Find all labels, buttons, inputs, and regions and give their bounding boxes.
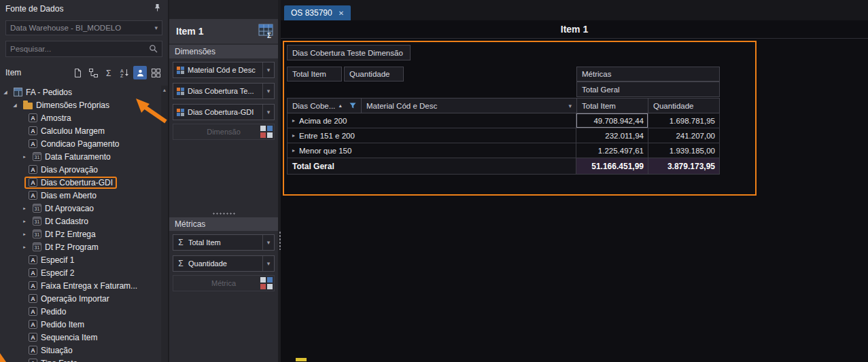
expand-icon[interactable]: ▸ (292, 147, 295, 153)
tree-item-operacao-importar[interactable]: AOperação Importar (0, 292, 161, 305)
chevron-down-icon[interactable]: ▾ (262, 105, 274, 120)
pivot-data-field-total-item[interactable]: Total Item (287, 67, 342, 82)
total-value-cell[interactable]: 3.879.173,95 (648, 158, 720, 175)
pivot-filter-field[interactable]: Dias Cobertura Teste Dimensão (287, 45, 411, 60)
metrics-header-cell[interactable]: Métricas (576, 67, 720, 82)
tab-label: OS 835790 (291, 8, 332, 18)
tree-item-condicao-pagamento[interactable]: ACondicao Pagamento (0, 137, 161, 150)
tab-os-835790[interactable]: OS 835790 ✕ (284, 5, 351, 20)
dimension-chip-material-cod-e-desc[interactable]: Material Cód e Desc▾ (173, 62, 275, 78)
tree-item-amostra[interactable]: AAmostra (0, 111, 161, 124)
user-view-icon[interactable] (133, 66, 147, 79)
value-cell[interactable]: 232.011,94 (576, 128, 648, 143)
dimensions-section-header: Dimensões (169, 45, 278, 58)
expand-icon[interactable]: ▸ (20, 219, 29, 224)
row-field-header[interactable]: Dias Cobe... ▲ (287, 98, 362, 113)
collapse-icon[interactable]: ◢ (1, 90, 10, 95)
tree-item-dias-cobertura-gdi[interactable]: ADias Cobertura-GDI (0, 176, 161, 189)
new-item-icon[interactable] (71, 66, 84, 79)
expand-icon[interactable]: ▸ (20, 232, 29, 237)
tree-item-faixa-entrega-x-faturam[interactable]: AFaixa Entrega x Faturam... (0, 279, 161, 292)
tree-scrollbar[interactable]: ▲ (161, 86, 168, 362)
text-field-icon: A (29, 255, 37, 264)
expand-icon[interactable]: ▸ (20, 206, 29, 211)
row-label-cell[interactable]: ▸Entre 151 e 200 (288, 128, 576, 143)
row-label-cell[interactable]: ▸Acima de 200 (288, 113, 576, 128)
text-field-icon: A (29, 307, 37, 316)
chevron-down-icon[interactable]: ▾ (262, 62, 274, 77)
search-input[interactable]: Pesquisar... (5, 41, 162, 57)
chevron-down-icon[interactable]: ▾ (262, 84, 274, 98)
tree-item-content: AFaixa Entrega x Faturam... (24, 280, 141, 292)
tree-item-pedido[interactable]: APedido (0, 305, 161, 318)
row-label-cell[interactable]: ▸Menor que 150 (288, 143, 576, 158)
metric-drop-zone[interactable]: Métrica (173, 275, 275, 291)
pin-icon[interactable] (152, 3, 162, 15)
tree-item-dias-em-aberto[interactable]: ADias em Aberto (0, 189, 161, 202)
row-label: Entre 151 e 200 (299, 132, 355, 140)
add-dimension-icon[interactable] (260, 126, 273, 138)
total-value-cell[interactable]: 51.166.451,99 (576, 158, 648, 175)
text-field-icon: A (29, 359, 37, 362)
tree-item-content: AAmostra (24, 112, 75, 124)
tree-item-situacao[interactable]: ASituação (0, 344, 161, 357)
value-column-header-total-item[interactable]: Total Item (576, 98, 648, 113)
datasource-select[interactable]: Data Warehouse - BI_MODELO ▾ (5, 20, 162, 35)
metric-chip-total-item[interactable]: ΣTotal Item▾ (173, 234, 275, 251)
dimension-drop-zone[interactable]: Dimensão (173, 124, 275, 140)
designer-bottom-spacer (169, 291, 278, 362)
chevron-down-icon[interactable]: ▾ (262, 235, 274, 250)
tree-item-content: 31Dt Pz Entrega (29, 228, 100, 240)
dimension-icon (177, 67, 184, 74)
value-cell[interactable]: 1.225.497,61 (576, 143, 648, 158)
tree-item-pedido-item[interactable]: APedido Item (0, 318, 161, 331)
tree-item-especif-1[interactable]: AEspecif 1 (0, 253, 161, 266)
expand-icon[interactable]: ▸ (20, 154, 29, 160)
value-column-header-quantidade[interactable]: Quantidade (648, 98, 720, 113)
tree-item-dt-pz-program[interactable]: ▸31Dt Pz Program (0, 240, 161, 253)
tree-item-dt-aprovacao[interactable]: ▸31Dt Aprovacao (0, 202, 161, 215)
dimension-chip-label: Material Cód e Desc (188, 66, 262, 74)
scroll-up-icon[interactable]: ▲ (162, 88, 167, 92)
expand-icon[interactable]: ▸ (292, 117, 295, 124)
pivot-data-field-quantidade[interactable]: Quantidade (344, 67, 404, 82)
tree-item-tipo-frete[interactable]: ATipo Frete (0, 357, 161, 362)
add-metric-icon[interactable] (260, 277, 273, 289)
tree-item-dt-cadastro[interactable]: ▸31Dt Cadastro (0, 215, 161, 228)
total-geral-header-cell[interactable]: Total Geral (576, 82, 720, 97)
grid-view-icon[interactable] (149, 66, 162, 79)
tree-item-fa-pedidos[interactable]: ◢FA - Pedidos (0, 86, 161, 98)
dimension-chip-dias-cobertura-te[interactable]: Dias Cobertura Te...▾ (173, 83, 275, 99)
chevron-down-icon[interactable]: ▾ (568, 103, 572, 109)
tree-item-especif-2[interactable]: AEspecif 2 (0, 266, 161, 279)
tree-item-calculou-margem[interactable]: ACalculou Margem (0, 124, 161, 137)
dimension-chip-dias-cobertura-gdi[interactable]: Dias Cobertura-GDI▾ (173, 104, 275, 120)
pivot-title: Item 1 (281, 20, 868, 39)
expand-icon[interactable]: ▸ (292, 132, 295, 139)
value-cell[interactable]: 49.708.942,44 (576, 113, 648, 128)
annotation-corner-mark (0, 353, 6, 362)
tree-item-label: Faixa Entrega x Faturam... (41, 281, 137, 291)
tree-item-dias-aprovacao[interactable]: ADias Aprovação (0, 163, 161, 176)
tree-item-sequencia-item[interactable]: ASequencia Item (0, 331, 161, 344)
tree-item-dimensoes-proprias[interactable]: ◢Dimensões Próprias (0, 98, 161, 111)
metric-chip-quantidade[interactable]: ΣQuantidade▾ (173, 255, 275, 272)
sort-az-icon[interactable]: AZ (118, 66, 131, 79)
value-cell[interactable]: 1.698.781,95 (648, 113, 720, 128)
tree-item-dt-pz-entrega[interactable]: ▸31Dt Pz Entrega (0, 228, 161, 240)
tree-item-content: ASequencia Item (24, 331, 101, 344)
collapse-icon[interactable]: ◢ (11, 103, 19, 108)
expand-icon[interactable]: ▸ (20, 245, 29, 250)
value-cell[interactable]: 1.939.185,00 (648, 143, 720, 158)
sigma-icon[interactable]: Σ (102, 66, 116, 79)
section-splitter-handle[interactable] (169, 211, 278, 216)
pivot-row-menor-que-150: ▸Menor que 1501.225.497,611.939.185,00 (288, 143, 720, 158)
close-icon[interactable]: ✕ (338, 10, 344, 17)
chevron-down-icon[interactable]: ▾ (262, 256, 274, 271)
tree-item-data-faturamento[interactable]: ▸31Data Faturamento (0, 150, 161, 163)
value-cell[interactable]: 241.207,00 (648, 128, 720, 143)
dimension-chip-list: Material Cód e Desc▾Dias Cobertura Te...… (169, 58, 278, 122)
column-field-header[interactable]: Material Cód e Desc ▾ (361, 98, 577, 113)
hierarchy-icon[interactable] (86, 66, 100, 79)
filter-funnel-icon[interactable] (349, 103, 356, 109)
